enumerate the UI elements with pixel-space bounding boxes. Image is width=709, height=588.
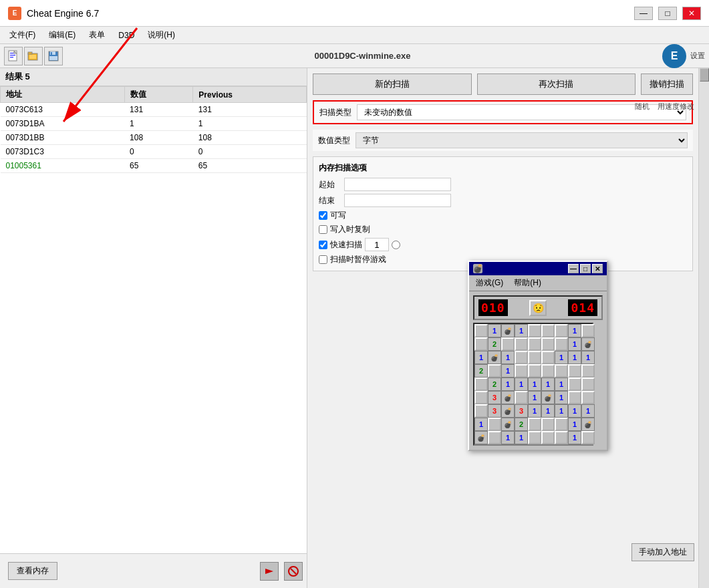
rescan-button[interactable]: 再次扫描	[477, 74, 636, 95]
ms-cell[interactable]: 💣	[541, 391, 555, 404]
ms-cell[interactable]	[568, 364, 581, 378]
ms-cell[interactable]	[568, 378, 581, 391]
ms-menu-help[interactable]: 帮助(H)	[511, 277, 544, 289]
ms-cell[interactable]: 💣	[581, 337, 595, 351]
ms-cell[interactable]: 1	[555, 351, 568, 364]
ms-cell[interactable]: 1	[568, 418, 581, 431]
ms-cell[interactable]: 1	[568, 351, 581, 364]
table-row[interactable]: 0073D1BB108108	[1, 131, 307, 145]
ms-cell[interactable]: 1	[501, 378, 515, 391]
ms-cell[interactable]: 1	[555, 391, 568, 404]
ms-cell[interactable]	[528, 351, 541, 364]
ms-cell[interactable]: 💣	[501, 404, 515, 418]
cancel-scan-button[interactable]: 撤销扫描	[641, 74, 693, 95]
fast-scan-radio[interactable]	[392, 241, 400, 249]
ms-cell[interactable]: 1	[488, 324, 501, 337]
ms-cell[interactable]: 2	[515, 418, 528, 431]
ms-cell[interactable]: 3	[515, 404, 528, 418]
ms-cell[interactable]	[555, 431, 568, 444]
ms-cell[interactable]	[581, 431, 595, 444]
minimize-button[interactable]: —	[634, 7, 653, 20]
fast-scan-input[interactable]	[365, 238, 389, 251]
ms-cell[interactable]: 1	[568, 324, 581, 337]
value-type-select[interactable]: 字节	[356, 132, 688, 148]
end-input[interactable]	[344, 194, 451, 207]
menu-table[interactable]: 表单	[84, 28, 110, 42]
ms-cell[interactable]	[541, 431, 555, 444]
ms-close-button[interactable]: ✕	[592, 264, 603, 273]
ms-cell[interactable]: 💣	[488, 351, 501, 364]
ms-cell[interactable]	[474, 378, 488, 391]
ms-cell[interactable]: 1	[501, 364, 515, 378]
save-button[interactable]	[44, 47, 63, 65]
cancel-icon-button[interactable]	[284, 562, 303, 581]
ms-cell[interactable]: 1	[528, 404, 541, 418]
pause-game-checkbox[interactable]	[319, 255, 327, 264]
ms-cell[interactable]: 💣	[501, 324, 515, 337]
ms-cell[interactable]	[474, 337, 488, 351]
ms-cell[interactable]: 1	[474, 351, 488, 364]
ms-cell[interactable]: 1	[568, 431, 581, 444]
start-input[interactable]	[344, 178, 451, 191]
ms-cell[interactable]: 3	[488, 391, 501, 404]
ms-cell[interactable]	[581, 378, 595, 391]
ms-cell[interactable]	[541, 337, 555, 351]
menu-file[interactable]: 文件(F)	[4, 28, 41, 42]
ms-cell[interactable]	[555, 337, 568, 351]
ms-cell[interactable]: 1	[581, 404, 595, 418]
ms-cell[interactable]	[541, 418, 555, 431]
ms-cell[interactable]: 2	[488, 337, 501, 351]
ms-cell[interactable]: 1	[515, 431, 528, 444]
maximize-button[interactable]: □	[658, 7, 677, 20]
ms-cell[interactable]	[528, 364, 541, 378]
ms-cell[interactable]: 1	[541, 378, 555, 391]
ms-cell[interactable]: 1	[581, 351, 595, 364]
ms-cell[interactable]	[515, 337, 528, 351]
ms-cell[interactable]	[581, 391, 595, 404]
ms-cell[interactable]	[474, 391, 488, 404]
ms-cell[interactable]	[568, 391, 581, 404]
ms-cell[interactable]	[528, 324, 541, 337]
ms-cell[interactable]	[555, 364, 568, 378]
ms-face-button[interactable]: 😟	[529, 300, 547, 316]
copy-on-write-checkbox[interactable]	[319, 225, 327, 234]
ms-cell[interactable]	[474, 404, 488, 418]
ms-cell[interactable]	[488, 418, 501, 431]
ms-cell[interactable]	[555, 418, 568, 431]
ms-cell[interactable]: 1	[528, 378, 541, 391]
ms-cell[interactable]: 1	[501, 431, 515, 444]
ms-cell[interactable]: 1	[528, 391, 541, 404]
ms-cell[interactable]: 💣	[501, 418, 515, 431]
ms-cell[interactable]	[581, 324, 595, 337]
arrow-button[interactable]	[260, 562, 279, 581]
ms-cell[interactable]	[474, 324, 488, 337]
table-row[interactable]: 0073C613131131	[1, 103, 307, 117]
settings-icon[interactable]: E	[662, 44, 686, 68]
ms-cell[interactable]: 💣	[474, 431, 488, 444]
ms-cell[interactable]	[581, 364, 595, 378]
new-button[interactable]	[4, 47, 23, 65]
writable-checkbox[interactable]	[319, 211, 327, 220]
table-row[interactable]: 010053616565	[1, 159, 307, 173]
ms-cell[interactable]	[515, 351, 528, 364]
view-memory-button[interactable]: 查看内存	[8, 562, 57, 580]
ms-cell[interactable]: 3	[488, 404, 501, 418]
ms-cell[interactable]	[541, 324, 555, 337]
menu-help[interactable]: 说明(H)	[142, 28, 180, 42]
table-row[interactable]: 0073D1C300	[1, 145, 307, 159]
ms-cell[interactable]	[528, 431, 541, 444]
fast-scan-checkbox[interactable]	[319, 241, 327, 249]
ms-cell[interactable]: 1	[568, 404, 581, 418]
scrollbar[interactable]	[698, 68, 709, 588]
ms-cell[interactable]	[488, 431, 501, 444]
ms-maximize-button[interactable]: □	[580, 264, 591, 273]
ms-cell[interactable]: 💣	[501, 391, 515, 404]
ms-cell[interactable]: 2	[488, 378, 501, 391]
menu-d3d[interactable]: D3D	[113, 29, 140, 41]
ms-cell[interactable]	[541, 364, 555, 378]
ms-cell[interactable]	[555, 324, 568, 337]
ms-cell[interactable]: 1	[501, 351, 515, 364]
ms-cell[interactable]: 1	[515, 378, 528, 391]
ms-cell[interactable]: 1	[568, 337, 581, 351]
ms-menu-game[interactable]: 游戏(G)	[473, 277, 506, 289]
